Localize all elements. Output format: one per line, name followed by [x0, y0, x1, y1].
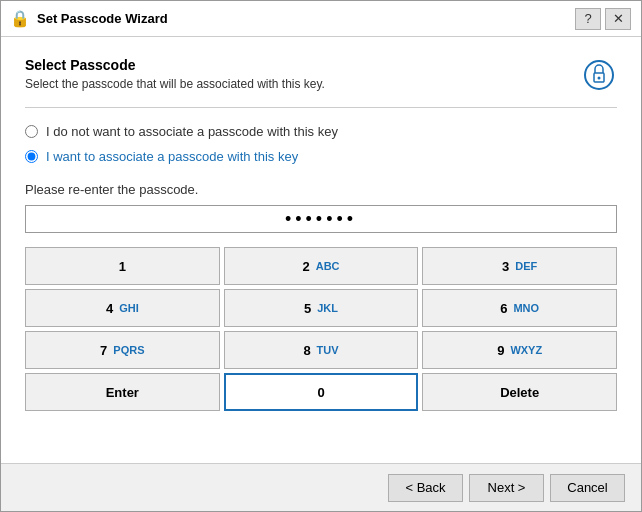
key-5-num: 5 — [304, 301, 311, 316]
close-button[interactable]: ✕ — [605, 8, 631, 30]
help-button[interactable]: ? — [575, 8, 601, 30]
window-controls: ? ✕ — [575, 8, 631, 30]
key-enter[interactable]: Enter — [25, 373, 220, 411]
key-5-letters: JKL — [317, 302, 338, 314]
keypad: 1 2 ABC 3 DEF 4 GHI 5 JKL — [25, 247, 617, 411]
key-8[interactable]: 8 TUV — [224, 331, 419, 369]
key-9-letters: WXYZ — [510, 344, 542, 356]
key-2[interactable]: 2 ABC — [224, 247, 419, 285]
radio-yes-passcode-input[interactable] — [25, 150, 38, 163]
key-4-num: 4 — [106, 301, 113, 316]
wizard-window: 🔒 Set Passcode Wizard ? ✕ Select Passcod… — [0, 0, 642, 512]
passcode-display: ••••••• — [25, 205, 617, 233]
footer: < Back Next > Cancel — [1, 463, 641, 511]
radio-yes-passcode[interactable]: I want to associate a passcode with this… — [25, 149, 617, 164]
key-delete-label: Delete — [500, 385, 539, 400]
section-subtitle: Select the passcode that will be associa… — [25, 77, 325, 91]
radio-yes-passcode-label: I want to associate a passcode with this… — [46, 149, 298, 164]
key-9[interactable]: 9 WXYZ — [422, 331, 617, 369]
next-button[interactable]: Next > — [469, 474, 544, 502]
key-8-letters: TUV — [317, 344, 339, 356]
key-0-num: 0 — [317, 385, 324, 400]
key-7-letters: PQRS — [113, 344, 144, 356]
radio-no-passcode[interactable]: I do not want to associate a passcode wi… — [25, 124, 617, 139]
window-title: Set Passcode Wizard — [37, 11, 575, 26]
key-6[interactable]: 6 MNO — [422, 289, 617, 327]
key-6-num: 6 — [500, 301, 507, 316]
key-1-num: 1 — [119, 259, 126, 274]
radio-group: I do not want to associate a passcode wi… — [25, 124, 617, 164]
key-0[interactable]: 0 — [224, 373, 419, 411]
key-4-letters: GHI — [119, 302, 139, 314]
header-text: Select Passcode Select the passcode that… — [25, 57, 325, 91]
key-2-letters: ABC — [316, 260, 340, 272]
key-4[interactable]: 4 GHI — [25, 289, 220, 327]
key-5[interactable]: 5 JKL — [224, 289, 419, 327]
key-3-num: 3 — [502, 259, 509, 274]
radio-no-passcode-label: I do not want to associate a passcode wi… — [46, 124, 338, 139]
key-9-num: 9 — [497, 343, 504, 358]
key-delete[interactable]: Delete — [422, 373, 617, 411]
key-6-letters: MNO — [513, 302, 539, 314]
key-3[interactable]: 3 DEF — [422, 247, 617, 285]
content-area: Select Passcode Select the passcode that… — [1, 37, 641, 463]
svg-point-2 — [598, 77, 601, 80]
key-7-num: 7 — [100, 343, 107, 358]
lock-icon — [581, 57, 617, 93]
passcode-label: Please re-enter the passcode. — [25, 182, 617, 197]
passcode-section: Please re-enter the passcode. ••••••• 1 … — [25, 182, 617, 411]
key-enter-label: Enter — [106, 385, 139, 400]
key-2-num: 2 — [302, 259, 309, 274]
back-button[interactable]: < Back — [388, 474, 463, 502]
key-7[interactable]: 7 PQRS — [25, 331, 220, 369]
key-8-num: 8 — [303, 343, 310, 358]
radio-no-passcode-input[interactable] — [25, 125, 38, 138]
key-3-letters: DEF — [515, 260, 537, 272]
section-title: Select Passcode — [25, 57, 325, 73]
header-section: Select Passcode Select the passcode that… — [25, 57, 617, 108]
cancel-button[interactable]: Cancel — [550, 474, 625, 502]
title-bar: 🔒 Set Passcode Wizard ? ✕ — [1, 1, 641, 37]
window-icon: 🔒 — [11, 10, 29, 28]
key-1[interactable]: 1 — [25, 247, 220, 285]
